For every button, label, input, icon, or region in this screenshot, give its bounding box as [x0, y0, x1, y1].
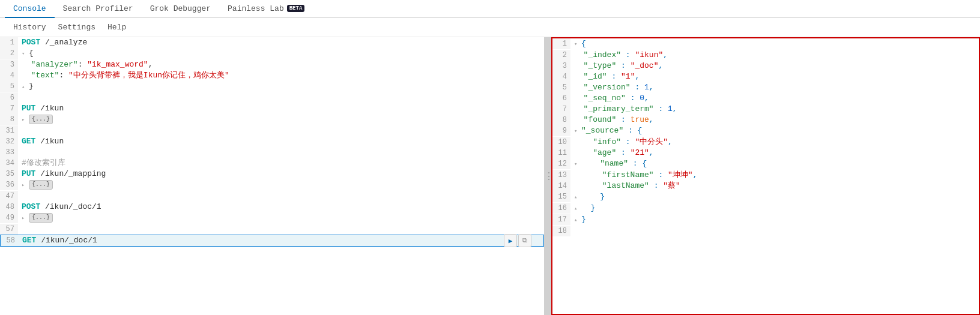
line-content-32[interactable]: GET /ikun — [18, 136, 544, 147]
code-line-34: 34 #修改索引库 — [0, 158, 544, 169]
url-path-58: /ikun/_doc/1 — [36, 236, 97, 245]
fold-arrow-out-9[interactable]: ▾ — [574, 126, 580, 137]
output-content-2: "_index" : "ikun", — [570, 50, 979, 61]
brace-out-1: { — [581, 39, 586, 48]
output-line-num-1: 1 — [552, 38, 570, 49]
line-content-48[interactable]: POST /ikun/_doc/1 — [18, 202, 544, 212]
tab-console[interactable]: Console — [5, 0, 55, 18]
settings-button[interactable]: Settings — [52, 18, 101, 37]
code-line-49: 49 ▸{...} — [0, 212, 544, 224]
out-key-6: "_seq_no" — [584, 94, 626, 103]
collapsed-badge-49[interactable]: {...} — [29, 213, 53, 223]
output-content-8: "found" : true, — [570, 115, 979, 125]
code-line-58[interactable]: 58 GET /ikun/_doc/1 ▶ ⧉ — [0, 235, 544, 247]
out-key-12: "name" — [600, 159, 628, 168]
code-line-35: 35 PUT /ikun/_mapping — [0, 169, 544, 179]
fold-arrow-out-15[interactable]: ▴ — [574, 192, 580, 203]
fold-arrow-out-1[interactable]: ▾ — [574, 39, 580, 50]
tab-painless-lab[interactable]: Painless Lab BETA — [219, 0, 313, 18]
json-value-3: : — [78, 60, 88, 69]
fold-arrow-out-17[interactable]: ▴ — [574, 215, 580, 226]
line-content-4[interactable]: "text": "中分头背带裤，我是Ikun你记住，鸡你太美" — [18, 70, 544, 81]
out-val-3: "_doc" — [631, 61, 659, 70]
line-content-36[interactable]: ▸{...} — [18, 179, 544, 191]
run-button[interactable]: ▶ — [504, 234, 517, 247]
editor-panel[interactable]: 1 POST /_analyze 2 ▾{ 3 "analyzer": "ik_… — [0, 37, 546, 315]
output-line-num-2: 2 — [552, 50, 570, 61]
line-content-8[interactable]: ▸{...} — [18, 114, 544, 125]
line-content-34[interactable]: #修改索引库 — [18, 158, 544, 169]
comma-3: , — [148, 60, 153, 69]
fold-arrow-36[interactable]: ▸ — [22, 180, 28, 191]
fold-arrow-out-12[interactable]: ▾ — [574, 159, 580, 170]
output-line-num-17: 17 — [552, 214, 570, 225]
output-line-2: 2 "_index" : "ikun", — [552, 50, 979, 61]
line-content-35[interactable]: PUT /ikun/_mapping — [18, 169, 544, 179]
tab-grok-debugger[interactable]: Grok Debugger — [142, 0, 219, 18]
output-content-16: ▴ } — [570, 203, 979, 214]
out-val-4: "1" — [621, 72, 635, 81]
out-key-5: "_version" — [584, 83, 631, 92]
line-number-34: 34 — [0, 158, 18, 169]
editor-content: 1 POST /_analyze 2 ▾{ 3 "analyzer": "ik_… — [0, 37, 544, 315]
output-content-12: ▾ "name" : { — [570, 158, 979, 170]
copy-button[interactable]: ⧉ — [518, 234, 531, 247]
line-number-8: 8 — [0, 114, 18, 125]
url-path-1: /_analyze — [40, 38, 87, 47]
json-string-4: "中分头背带裤，我是Ikun你记住，鸡你太美" — [68, 71, 229, 80]
output-line-num-3: 3 — [552, 61, 570, 71]
method-post-1: POST — [22, 38, 40, 47]
out-key-7: "_primary_term" — [584, 104, 654, 113]
line-content-7[interactable]: PUT /ikun — [18, 103, 544, 114]
tab-search-profiler[interactable]: Search Profiler — [55, 0, 142, 18]
line-content-31 — [18, 125, 544, 136]
out-key-14: "lastName" — [602, 181, 649, 190]
collapsed-badge-36[interactable]: {...} — [29, 180, 53, 190]
line-actions-58: ▶ ⧉ — [504, 234, 531, 247]
line-content-1[interactable]: POST /_analyze — [18, 37, 544, 48]
output-line-num-16: 16 — [552, 203, 570, 214]
line-content-5[interactable]: ▴} — [18, 81, 544, 92]
line-number-58: 58 — [1, 235, 19, 246]
code-line-36: 36 ▸{...} — [0, 179, 544, 191]
code-line-57: 57 — [0, 224, 544, 235]
beta-badge: BETA — [287, 5, 305, 12]
url-path-48: /ikun/_doc/1 — [40, 202, 101, 211]
line-content-58[interactable]: GET /ikun/_doc/1 — [19, 235, 543, 246]
out-key-8: "found" — [584, 115, 617, 124]
line-number-35: 35 — [0, 169, 18, 179]
out-val-10: "中分头" — [635, 137, 668, 146]
resize-handle[interactable]: ⋮ — [546, 37, 551, 315]
help-button[interactable]: Help — [101, 18, 132, 37]
fold-arrow-8[interactable]: ▸ — [22, 115, 28, 125]
out-key-10: "info" — [593, 137, 621, 146]
out-val-6: 0 — [640, 94, 644, 103]
top-navigation: Console Search Profiler Grok Debugger Pa… — [0, 0, 980, 18]
output-line-num-4: 4 — [552, 71, 570, 82]
line-number-1: 1 — [0, 37, 18, 48]
line-content-49[interactable]: ▸{...} — [18, 212, 544, 224]
line-content-3[interactable]: "analyzer": "ik_max_word", — [18, 59, 544, 70]
out-val-5: 1 — [644, 83, 649, 92]
fold-arrow-5[interactable]: ▴ — [22, 82, 28, 92]
line-number-31: 31 — [0, 125, 18, 136]
json-string-3: "ik_max_word" — [87, 60, 148, 69]
fold-arrow-out-16[interactable]: ▴ — [574, 203, 580, 214]
output-line-9: 9 ▾ "_source" : { — [552, 125, 979, 137]
output-content-7: "_primary_term" : 1, — [570, 104, 979, 115]
output-line-6: 6 "_seq_no" : 0, — [552, 93, 979, 104]
output-line-1: 1 ▾ { — [552, 38, 979, 50]
url-path-35: /ikun/_mapping — [35, 169, 106, 178]
line-content-2[interactable]: ▾{ — [18, 48, 544, 59]
main-area: 1 POST /_analyze 2 ▾{ 3 "analyzer": "ik_… — [0, 37, 980, 315]
line-number-3: 3 — [0, 59, 18, 70]
line-content-6 — [18, 92, 544, 103]
fold-arrow-2[interactable]: ▾ — [22, 49, 28, 59]
fold-arrow-49[interactable]: ▸ — [22, 213, 28, 224]
line-number-36: 36 — [0, 179, 18, 190]
code-line-4: 4 "text": "中分头背带裤，我是Ikun你记住，鸡你太美" — [0, 70, 544, 81]
json-key-4: "text" — [22, 71, 59, 80]
collapsed-badge-8[interactable]: {...} — [29, 115, 53, 124]
output-line-11: 11 "age" : "21", — [552, 148, 979, 158]
history-button[interactable]: History — [7, 18, 52, 37]
